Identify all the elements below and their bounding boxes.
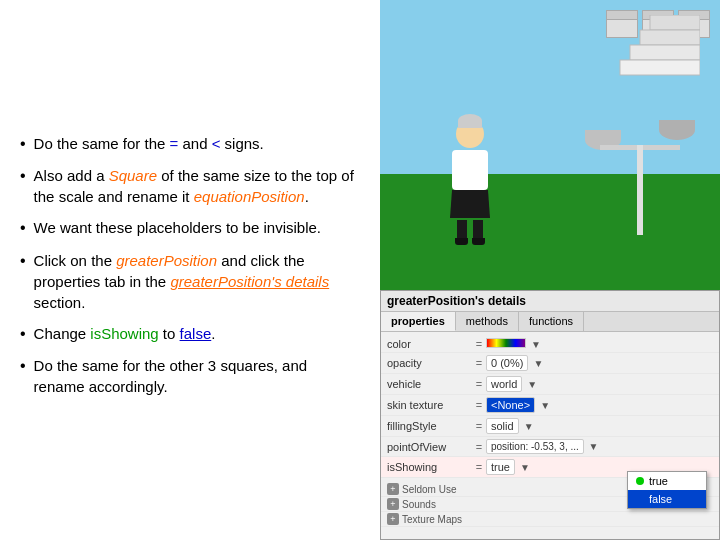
character bbox=[440, 120, 500, 230]
vehicle-label: vehicle bbox=[387, 378, 472, 390]
properties-panel: greaterPosition's details properties met… bbox=[380, 290, 720, 540]
bottom-row-texture-maps[interactable]: + Texture Maps bbox=[381, 512, 719, 527]
tab-methods[interactable]: methods bbox=[456, 312, 519, 331]
svg-rect-0 bbox=[650, 15, 700, 30]
platform-svg bbox=[610, 15, 700, 85]
bullet-item-1: Do the same for the = and < signs. bbox=[20, 133, 360, 155]
prop-row-opacity: opacity = 0 (0%) ▼ bbox=[381, 353, 719, 374]
bullet-item-6: Do the same for the other 3 squares, and… bbox=[20, 355, 360, 397]
prop-row-vehicle: vehicle = world ▼ bbox=[381, 374, 719, 395]
left-panel: Do the same for the = and < signs. Also … bbox=[0, 0, 380, 540]
filling-style-value[interactable]: solid bbox=[486, 418, 519, 434]
svg-rect-2 bbox=[630, 45, 700, 60]
char-legs bbox=[440, 220, 500, 238]
scale-pole bbox=[637, 145, 643, 235]
dot-false bbox=[636, 495, 644, 503]
is-showing-dropdown: true false bbox=[627, 471, 707, 509]
char-feet bbox=[440, 238, 500, 245]
platform-area bbox=[610, 15, 700, 88]
char-hair bbox=[458, 114, 482, 128]
opacity-value[interactable]: 0 (0%) bbox=[486, 355, 528, 371]
char-leg-right bbox=[473, 220, 483, 238]
expand-icon-texture: + bbox=[387, 513, 399, 525]
prop-row-skin-texture: skin texture = <None> ▼ bbox=[381, 395, 719, 416]
prop-row-point-of-view: pointOfView = position: -0.53, 3, ... ▼ bbox=[381, 437, 719, 457]
expand-icon-seldom: + bbox=[387, 483, 399, 495]
skin-texture-value[interactable]: <None> bbox=[486, 397, 535, 413]
char-foot-right bbox=[472, 238, 485, 245]
scale-bowl-right bbox=[659, 120, 695, 140]
prop-row-color: color = ▼ bbox=[381, 336, 719, 353]
char-head bbox=[456, 120, 484, 148]
properties-tabs: properties methods functions bbox=[381, 312, 719, 332]
prop-row-filling-style: fillingStyle = solid ▼ bbox=[381, 416, 719, 437]
right-panel: greaterPosition's details properties met… bbox=[380, 0, 720, 540]
dropdown-option-false[interactable]: false bbox=[628, 490, 706, 508]
properties-title: greaterPosition's details bbox=[387, 294, 526, 308]
vehicle-value[interactable]: world bbox=[486, 376, 522, 392]
dropdown-option-true[interactable]: true bbox=[628, 472, 706, 490]
expand-icon-sounds: + bbox=[387, 498, 399, 510]
bullet-item-2: Also add a Square of the same size to th… bbox=[20, 165, 360, 207]
properties-title-bar: greaterPosition's details bbox=[381, 291, 719, 312]
svg-rect-1 bbox=[640, 30, 700, 45]
bullet-list: Do the same for the = and < signs. Also … bbox=[20, 133, 360, 407]
color-swatch[interactable] bbox=[486, 338, 526, 348]
char-foot-left bbox=[455, 238, 468, 245]
bullet-item-4: Click on the greaterPosition and click t… bbox=[20, 250, 360, 313]
char-body bbox=[452, 150, 488, 190]
tab-properties[interactable]: properties bbox=[381, 312, 456, 331]
char-leg-left bbox=[457, 220, 467, 238]
is-showing-value[interactable]: true bbox=[486, 459, 515, 475]
dot-true bbox=[636, 477, 644, 485]
point-of-view-value[interactable]: position: -0.53, 3, ... bbox=[486, 439, 584, 454]
svg-rect-3 bbox=[620, 60, 700, 75]
char-skirt bbox=[450, 190, 490, 218]
scene-area bbox=[380, 0, 720, 290]
bullet-item-3: We want these placeholders to be invisib… bbox=[20, 217, 360, 239]
bullet-item-5: Change isShowing to false. bbox=[20, 323, 360, 345]
scale-device bbox=[580, 95, 700, 235]
tab-functions[interactable]: functions bbox=[519, 312, 584, 331]
properties-body: color = ▼ opacity = 0 (0%) ▼ vehicle = bbox=[381, 332, 719, 482]
